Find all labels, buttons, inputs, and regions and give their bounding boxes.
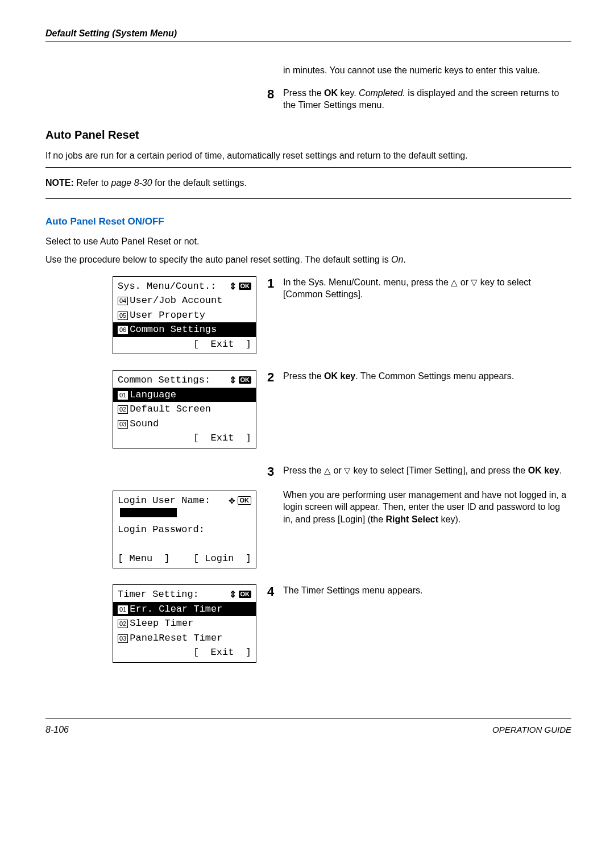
ok-icon: OK xyxy=(239,376,252,384)
page-footer: 8-106 OPERATION GUIDE xyxy=(45,719,571,735)
menu-item: 03PanelReset Timer xyxy=(118,631,251,646)
step-4-text: The Timer Settings menu appears. xyxy=(283,584,422,599)
page-number: 8-106 xyxy=(45,725,69,735)
exit-label: [ Exit ] xyxy=(118,431,251,446)
up-arrow-icon xyxy=(451,277,458,287)
exit-label: [ Exit ] xyxy=(118,645,251,660)
lcd-screen-common-settings: Common Settings: OK 01Language 02Default… xyxy=(113,370,256,448)
login-user-input xyxy=(118,508,251,522)
menu-item-selected: 01Err. Clear Timer xyxy=(113,602,256,617)
intro-text: in minutes. You cannot use the numeric k… xyxy=(283,64,540,77)
step-2: 2 Press the OK key. The Common Settings … xyxy=(267,370,571,385)
screen-title: Timer Setting: xyxy=(118,587,199,602)
intro-continuation: in minutes. You cannot use the numeric k… xyxy=(267,64,571,77)
sub-p1: Select to use Auto Panel Reset or not. xyxy=(45,235,571,248)
menu-item: 03Sound xyxy=(118,417,251,431)
step-number: 4 xyxy=(267,584,283,599)
lcd-screen-sys-menu: Sys. Menu/Count.: OK 04User/Job Account … xyxy=(113,276,256,355)
updown-icon xyxy=(229,373,237,388)
header-title: Default Setting (System Menu) xyxy=(45,28,177,38)
menu-item: 04User/Job Account xyxy=(118,293,251,308)
section-description: If no jobs are run for a certain period … xyxy=(45,149,571,162)
menu-item-selected: 01Language xyxy=(113,388,256,402)
lcd-screen-timer-setting: Timer Setting: OK 01Err. Clear Timer 02S… xyxy=(113,584,256,663)
screen-title: Sys. Menu/Count.: xyxy=(118,279,216,294)
ok-icon: OK xyxy=(239,591,252,598)
menu-item: 02Sleep Timer xyxy=(118,616,251,631)
down-arrow-icon xyxy=(344,466,351,475)
footer-label: OPERATION GUIDE xyxy=(492,725,571,735)
step-number: 8 xyxy=(267,87,283,111)
down-arrow-icon xyxy=(471,277,478,287)
exit-label: [ Exit ] xyxy=(118,337,251,352)
menu-button-label: [ Menu ] xyxy=(118,551,170,566)
step-3-text: Press the or key to select [Timer Settin… xyxy=(283,464,571,526)
login-button-label: [ Login ] xyxy=(193,551,251,566)
section-heading: Auto Panel Reset xyxy=(45,128,571,142)
sub-p2: Use the procedure below to specify the a… xyxy=(45,254,571,266)
ok-icon: OK xyxy=(239,283,252,290)
ok-icon: OK xyxy=(238,496,252,505)
login-user-label: Login User Name: xyxy=(118,493,210,508)
subsection-heading: Auto Panel Reset ON/OFF xyxy=(45,216,571,227)
step-number: 1 xyxy=(267,276,283,301)
screen-title: Common Settings: xyxy=(118,373,210,388)
cursor-icon xyxy=(229,493,235,508)
step-8: 8 Press the OK key. Completed. is displa… xyxy=(267,87,571,111)
updown-icon xyxy=(229,587,237,602)
login-password-label: Login Password: xyxy=(118,522,251,537)
page: Default Setting (System Menu) in minutes… xyxy=(0,0,614,758)
step-8-text: Press the OK key. Completed. is displaye… xyxy=(283,87,571,111)
menu-item-selected: 06Common Settings xyxy=(113,322,256,337)
lcd-screen-login: Login User Name: OK Login Password: [ Me… xyxy=(113,491,256,569)
row-1: Sys. Menu/Count.: OK 04User/Job Account … xyxy=(45,276,571,371)
row-2: Common Settings: OK 01Language 02Default… xyxy=(45,370,571,464)
step-4: 4 The Timer Settings menu appears. xyxy=(267,584,571,599)
menu-item: 02Default Screen xyxy=(118,402,251,417)
up-arrow-icon xyxy=(324,466,331,475)
step-1-text: In the Sys. Menu/Count. menu, press the … xyxy=(283,276,571,301)
row-4: Timer Setting: OK 01Err. Clear Timer 02S… xyxy=(45,584,571,679)
updown-icon xyxy=(229,279,237,294)
step-3: 3 Press the or key to select [Timer Sett… xyxy=(267,464,571,526)
note-label: NOTE: xyxy=(45,178,74,188)
step-number: 3 xyxy=(267,464,283,526)
divider xyxy=(45,167,571,168)
note-block: NOTE: Refer to page 8-30 for the default… xyxy=(45,178,571,188)
page-header: Default Setting (System Menu) xyxy=(45,28,571,41)
step-2-text: Press the OK key. The Common Settings me… xyxy=(283,370,514,385)
step-1: 1 In the Sys. Menu/Count. menu, press th… xyxy=(267,276,571,301)
menu-item: 05User Property xyxy=(118,308,251,323)
divider xyxy=(45,198,571,199)
step-number: 2 xyxy=(267,370,283,385)
